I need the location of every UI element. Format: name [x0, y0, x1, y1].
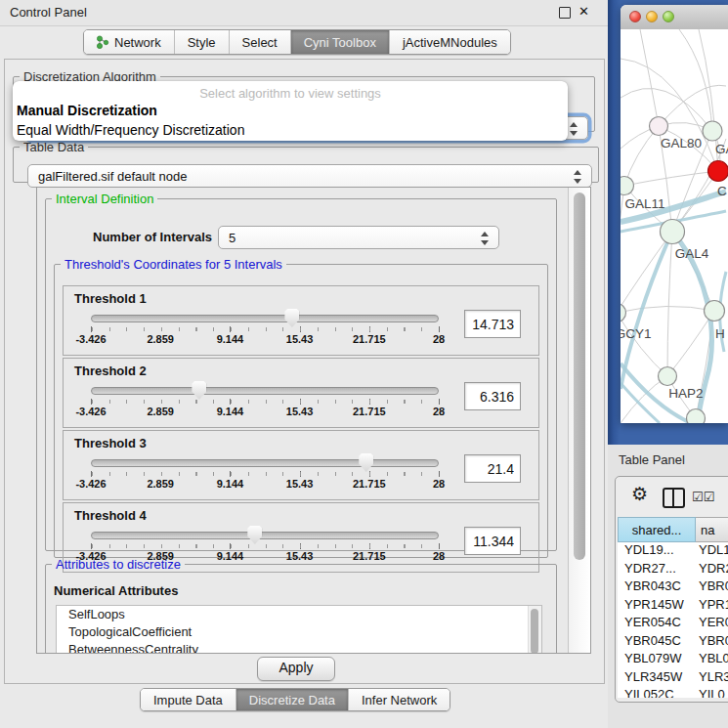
threshold-1-slider[interactable]: -3.4262.8599.14415.4321.71528 [91, 312, 439, 351]
interval-definition-group: Interval Definition Number of Intervals … [45, 192, 557, 551]
threshold-2-slider[interactable]: -3.4262.8599.14415.4321.71528 [91, 384, 439, 423]
threshold-3-value-field[interactable] [464, 454, 521, 483]
network-node-gcy1[interactable] [621, 304, 626, 322]
tab-discretize-data[interactable]: Discretize Data [236, 689, 348, 710]
tab-network[interactable]: Network [84, 30, 174, 54]
network-edge[interactable] [621, 376, 667, 423]
table-data-group: Table Data galFiltered.sif default node [13, 140, 599, 183]
table-data-value: galFiltered.sif default node [38, 169, 187, 184]
threshold-4-value-field[interactable] [464, 527, 521, 555]
network-edge[interactable] [621, 383, 660, 423]
network-node-gal11[interactable] [621, 177, 634, 195]
table-row[interactable]: YLR345WYLR3 [618, 669, 728, 688]
network-node-ga[interactable] [703, 121, 722, 141]
split-table-icon[interactable] [663, 488, 685, 508]
threshold-2-value-field[interactable] [464, 382, 521, 410]
network-node-label: GA [715, 142, 728, 156]
network-edge[interactable] [624, 171, 718, 186]
network-view-window[interactable]: GAL80GACGAL11GAL4GCY1HHAP2 [621, 5, 728, 423]
list-item[interactable]: TopologicalCoefficient [57, 623, 541, 641]
network-canvas[interactable]: GAL80GACGAL11GAL4GCY1HHAP2 [621, 29, 728, 423]
slider-thumb[interactable] [284, 309, 299, 327]
tab-jactivemnodules[interactable]: jActiveMNodules [389, 30, 510, 54]
tab-impute-data[interactable]: Impute Data [141, 689, 236, 710]
column-header-shared[interactable]: shared... [618, 517, 696, 542]
table-row[interactable]: YIL052CYIL0 [618, 687, 728, 698]
column-header-name[interactable]: na [696, 517, 728, 542]
network-edge[interactable] [621, 306, 714, 313]
slider-thumb[interactable] [359, 453, 373, 472]
slider-track[interactable] [91, 532, 439, 539]
table-row[interactable]: YPR145WYPR1 [618, 597, 728, 616]
threshold-1-value-field[interactable] [464, 310, 521, 338]
network-node-label: GCY1 [621, 326, 651, 341]
slider-thumb[interactable] [192, 381, 206, 400]
checkbox-icons[interactable]: ☑☑ [692, 490, 714, 504]
network-edge[interactable] [640, 29, 659, 126]
threshold-panel-3: Threshold 3 -3.4262.8599.14415.4321.7152… [63, 430, 539, 500]
minimize-traffic-light[interactable] [646, 11, 658, 22]
network-graph[interactable]: GAL80GACGAL11GAL4GCY1HHAP2 [621, 29, 728, 423]
control-panel-titlebar: Control Panel ✕ [0, 0, 608, 26]
network-icon [97, 35, 109, 49]
tab-style[interactable]: Style [174, 30, 229, 54]
zoom-traffic-light[interactable] [663, 11, 674, 22]
network-node[interactable] [687, 409, 706, 424]
slider-thumb[interactable] [247, 526, 262, 544]
table-data-title: Table Data [20, 140, 88, 154]
threshold-1-label: Threshold 1 [74, 291, 147, 306]
numerical-attributes-label: Numerical Attributes [54, 583, 178, 598]
table-row[interactable]: YER054CYER0 [618, 615, 728, 633]
network-edge[interactable] [667, 232, 672, 376]
slider-ticks [92, 327, 439, 331]
number-of-intervals-combobox[interactable]: 5 [218, 226, 499, 249]
apply-button[interactable]: Apply [257, 657, 335, 681]
network-edge[interactable] [621, 186, 624, 313]
network-edge[interactable] [624, 126, 659, 186]
network-node-c[interactable] [708, 161, 728, 182]
slider-track[interactable] [91, 387, 439, 395]
network-node-h[interactable] [705, 301, 725, 321]
network-window-titlebar[interactable] [621, 5, 728, 30]
main-scrollbar-thumb[interactable] [574, 193, 585, 560]
table-row[interactable]: YBR045CYBR0 [618, 633, 728, 652]
screen: Control Panel ✕ Network Style Select Cyn… [0, 0, 728, 728]
thresholds-group: Threshold's Coordinates for 5 Intervals … [54, 257, 548, 558]
dropdown-option-equal-width-frequency[interactable]: Equal Width/Frequency Discretization [13, 120, 568, 140]
table-row[interactable]: YDR27...YDR2 [618, 561, 728, 579]
list-scrollbar[interactable] [528, 606, 541, 654]
network-edge[interactable] [679, 29, 712, 131]
tab-select[interactable]: Select [229, 30, 290, 54]
threshold-2-label: Threshold 2 [74, 364, 147, 378]
list-item[interactable]: BetweennessCentrality [57, 641, 541, 654]
close-traffic-light[interactable] [629, 11, 641, 22]
network-node-gal80[interactable] [650, 117, 668, 136]
network-edge[interactable] [659, 85, 726, 126]
slider-track[interactable] [91, 315, 439, 322]
table-data-combobox[interactable]: galFiltered.sif default node [27, 164, 592, 188]
gear-icon[interactable]: ⚙ [631, 483, 648, 505]
numerical-attributes-list[interactable]: SelfLoops TopologicalCoefficient Between… [56, 605, 542, 654]
number-of-intervals-label: Number of Intervals [93, 230, 212, 244]
dropdown-option-manual-discretization[interactable]: Manual Discretization [13, 101, 568, 120]
slider-track[interactable] [91, 459, 439, 467]
list-item[interactable]: SelfLoops [57, 606, 541, 623]
network-node-hap2[interactable] [659, 367, 677, 386]
table-row[interactable]: YBR043CYBR0 [618, 578, 728, 597]
network-node-gal4[interactable] [661, 220, 685, 244]
main-scrollbar[interactable] [568, 188, 590, 653]
threshold-3-label: Threshold 3 [74, 436, 147, 450]
table-row[interactable]: YDL19...YDL1 [618, 542, 728, 561]
network-edge[interactable] [621, 313, 667, 376]
combo-arrows-icon [481, 231, 490, 246]
float-window-icon[interactable] [559, 7, 571, 19]
interval-definition-title: Interval Definition [52, 192, 157, 206]
threshold-3-slider[interactable]: -3.4262.8599.14415.4321.71528 [91, 456, 439, 495]
network-node-label: HAP2 [668, 386, 703, 401]
close-icon[interactable]: ✕ [578, 4, 589, 19]
tab-infer-network[interactable]: Infer Network [348, 689, 450, 710]
table-row[interactable]: YBL079WYBL0 [618, 651, 728, 669]
list-scrollbar-thumb[interactable] [531, 609, 538, 654]
tab-cyni-toolbox[interactable]: Cyni Toolbox [290, 30, 389, 54]
attributes-title: Attributes to discretize [52, 557, 185, 572]
